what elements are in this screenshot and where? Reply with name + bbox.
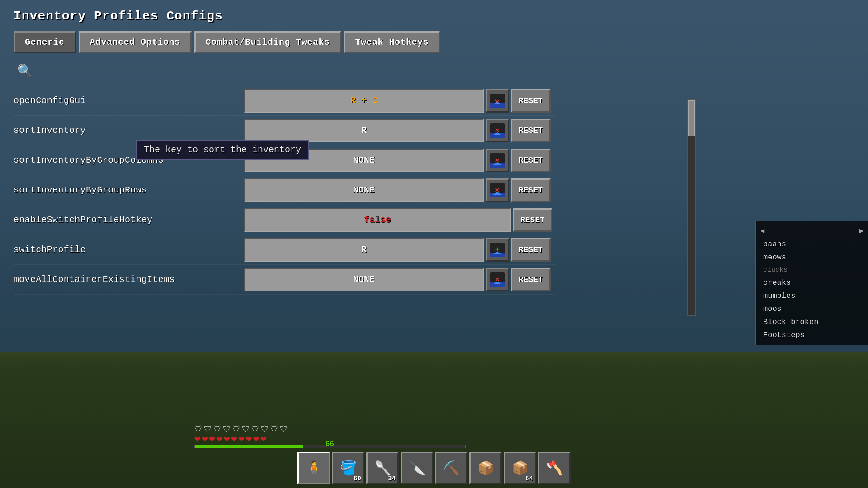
armor-7: 🛡 (251, 424, 259, 434)
scrollbar-thumb[interactable] (688, 100, 695, 136)
label-moveAllContainerExistingItems: moveAllContainerExistingItems (14, 274, 244, 285)
armor-4: 🛡 (223, 424, 231, 434)
slot-icon-1: 🪣 (340, 460, 357, 477)
slot-icon-4: ⛏️ (443, 460, 460, 477)
panel-title: Inventory Profiles Configs (14, 9, 854, 23)
reset-btn-sortInventory[interactable]: RESET (511, 119, 551, 142)
armor-3: 🛡 (213, 424, 222, 434)
armor-bar: 🛡 🛡 🛡 🛡 🛡 🛡 🛡 🛡 🛡 🛡 (194, 424, 288, 434)
hotbar-slot-6[interactable]: 📦 64 (504, 452, 536, 484)
label-sortInventoryByGroupRows: sortInventoryByGroupRows (14, 185, 244, 195)
slot-icon-6: 📦 (512, 460, 528, 477)
heart-3: ❤ (209, 433, 215, 445)
heart-9: ❤ (253, 433, 259, 445)
config-panel: Inventory Profiles Configs Generic Advan… (0, 0, 868, 488)
armor-8: 🛡 (261, 424, 269, 434)
value-sortInventoryByGroupColumns[interactable]: NONE (244, 149, 484, 172)
icon-btn-sortInventoryByGroupRows[interactable]: ✕ (486, 178, 509, 202)
tab-hotkeys[interactable]: Tweak Hotkeys (344, 31, 440, 53)
label-sortInventory: sortInventory (14, 125, 244, 136)
label-enableSwitchProfileHotkey: enableSwitchProfileHotkey (14, 215, 244, 225)
value-moveAllContainerExistingItems[interactable]: NONE (244, 268, 484, 291)
sound-item-moos[interactable]: moos (756, 302, 868, 315)
heart-4: ❤ (217, 433, 222, 445)
hotbar-slot-1[interactable]: 🪣 60 (332, 452, 364, 484)
hotbar-slot-2[interactable]: 🥄 34 (366, 452, 399, 484)
sound-item-footsteps[interactable]: Footsteps (756, 328, 868, 342)
reset-btn-moveAllContainerExistingItems[interactable]: RESET (511, 268, 551, 291)
search-icon[interactable]: 🔍 (17, 65, 33, 79)
label-openConfigGui: openConfigGui (14, 95, 244, 106)
slot-icon-0: 🧍 (306, 460, 322, 477)
reset-btn-openConfigGui[interactable]: RESET (511, 89, 551, 113)
armor-2: 🛡 (204, 424, 212, 434)
label-sortInventoryByGroupColumns: sortInventoryByGroupColumns (14, 155, 244, 165)
reset-btn-switchProfile[interactable]: RESET (511, 238, 551, 262)
sound-nav-left[interactable]: ◄ (760, 227, 765, 235)
armor-6: 🛡 (242, 424, 250, 434)
label-switchProfile: switchProfile (14, 244, 244, 255)
heart-8: ❤ (246, 433, 252, 445)
hotbar-slot-4[interactable]: ⛏️ (435, 452, 467, 484)
tab-advanced[interactable]: Advanced Options (79, 31, 192, 53)
sound-item-mumbles[interactable]: mumbles (756, 289, 868, 302)
reset-btn-sortInventoryByGroupRows[interactable]: RESET (511, 178, 551, 202)
reset-btn-sortInventoryByGroupColumns[interactable]: RESET (511, 149, 551, 172)
tab-generic[interactable]: Generic (14, 31, 76, 53)
hotbar-slot-5[interactable]: 📦 (469, 452, 502, 484)
sound-item-meows[interactable]: meows (756, 251, 868, 264)
hotbar-slot-0[interactable]: 🧍 (297, 452, 330, 484)
row-sortInventory: sortInventory The key to sort the invent… (14, 116, 556, 145)
icon-btn-sortInventory[interactable]: ✕ (486, 119, 509, 142)
value-sortInventoryByGroupRows[interactable]: NONE (244, 178, 484, 202)
armor-5: 🛡 (232, 424, 241, 434)
xp-level: 66 (326, 440, 334, 448)
value-switchProfile[interactable]: R (244, 238, 484, 262)
tab-bar: Generic Advanced Options Combat/Building… (14, 31, 854, 53)
slot-count-6: 64 (525, 475, 533, 482)
sound-item-baahs[interactable]: baahs (756, 238, 868, 251)
sound-item-clucks[interactable]: clucks (756, 264, 868, 276)
slot-icon-2: 🥄 (374, 460, 391, 477)
value-enableSwitchProfileHotkey[interactable]: false (244, 208, 511, 232)
icon-btn-sortInventoryByGroupColumns[interactable]: ✕ (486, 149, 509, 172)
sound-nav: ◄ ► (756, 225, 868, 238)
value-sortInventory[interactable]: R (244, 119, 484, 142)
armor-9: 🛡 (270, 424, 278, 434)
row-openConfigGui: openConfigGui R + C ✕ RESET (14, 86, 556, 116)
heart-5: ❤ (224, 433, 230, 445)
heart-7: ❤ (239, 433, 245, 445)
slot-count-1: 60 (354, 475, 361, 482)
xp-fill (195, 445, 303, 448)
health-bar: ❤ ❤ ❤ ❤ ❤ ❤ ❤ ❤ ❤ ❤ (194, 433, 267, 445)
slot-count-2: 34 (388, 475, 396, 482)
row-sortInventoryByGroupRows: sortInventoryByGroupRows NONE ✕ RESET (14, 175, 556, 205)
config-rows: openConfigGui R + C ✕ RESET sortInventor… (14, 86, 556, 295)
sound-panel: ◄ ► baahs meows clucks creaks mumbles mo… (755, 221, 868, 345)
row-sortInventoryByGroupColumns: sortInventoryByGroupColumns NONE ✕ RESET (14, 145, 556, 175)
armor-1: 🛡 (194, 424, 203, 434)
slot-icon-7: 🪓 (546, 460, 563, 477)
icon-btn-switchProfile[interactable]: + (486, 238, 509, 262)
slot-icon-3: 🔪 (409, 460, 425, 477)
scrollbar[interactable] (687, 99, 696, 316)
row-switchProfile: switchProfile R + RESET (14, 235, 556, 265)
value-openConfigGui[interactable]: R + C (244, 89, 484, 113)
heart-10: ❤ (260, 433, 266, 445)
row-moveAllContainerExistingItems: moveAllContainerExistingItems NONE ✕ RES… (14, 265, 556, 295)
slot-icon-5: 📦 (477, 460, 494, 477)
search-icon-wrapper: 🔍 (14, 63, 854, 79)
tab-combat[interactable]: Combat/Building Tweaks (194, 31, 341, 53)
hotbar-slot-7[interactable]: 🪓 (538, 452, 571, 484)
icon-btn-moveAllContainerExistingItems[interactable]: ✕ (486, 268, 509, 291)
hotbar-slot-3[interactable]: 🔪 (401, 452, 433, 484)
sound-item-block-broken[interactable]: Block broken (756, 315, 868, 328)
heart-2: ❤ (202, 433, 208, 445)
heart-1: ❤ (194, 433, 200, 445)
reset-btn-enableSwitchProfileHotkey[interactable]: RESET (513, 208, 552, 232)
hotbar: 🧍 🪣 60 🥄 34 🔪 ⛏️ 📦 📦 64 🪓 (297, 452, 571, 484)
icon-btn-openConfigGui[interactable]: ✕ (486, 89, 509, 113)
armor-10: 🛡 (280, 424, 288, 434)
sound-item-creaks[interactable]: creaks (756, 276, 868, 289)
sound-nav-right[interactable]: ► (859, 227, 863, 235)
